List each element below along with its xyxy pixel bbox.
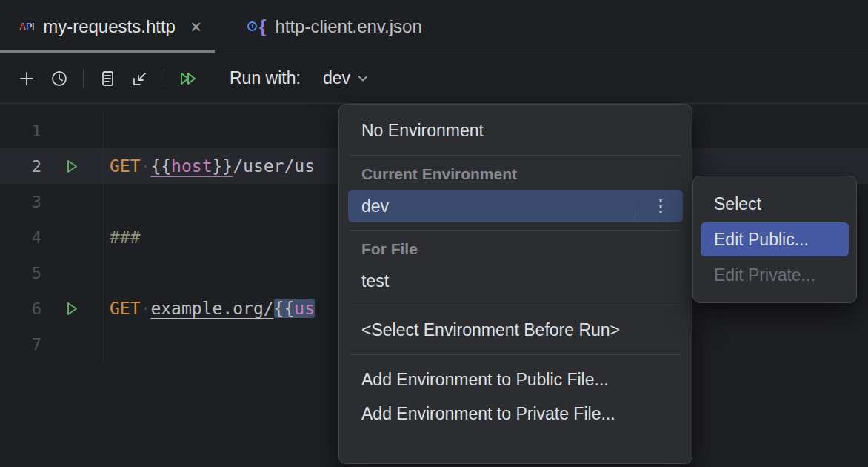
run-with-label: Run with:	[230, 68, 301, 88]
environment-selector[interactable]: dev	[317, 64, 375, 93]
line-number: 3	[0, 193, 41, 211]
add-request-button[interactable]	[10, 62, 43, 95]
row-divider	[638, 196, 638, 216]
url-path-token: /user/us	[233, 156, 315, 176]
tab-label: http-client.env.json	[275, 16, 421, 37]
environment-context-submenu: Select Edit Public... Edit Private...	[692, 176, 857, 303]
whitespace-dot: ·	[141, 299, 151, 318]
line-number: 7	[0, 335, 41, 354]
line-number: 5	[0, 264, 41, 282]
json-env-file-icon: {	[247, 18, 266, 36]
environment-name: dev	[361, 196, 632, 216]
menu-item-no-environment[interactable]: No Environment	[339, 113, 692, 148]
submenu-item-edit-public[interactable]: Edit Public...	[701, 222, 849, 256]
menu-item-add-public-file[interactable]: Add Environment to Public File...	[339, 362, 692, 397]
variable-token: {{host}}	[150, 156, 233, 176]
editor-tab-bar: API my-requests.http × { http-client.env…	[0, 0, 868, 53]
code-line: ###	[104, 228, 141, 247]
examples-button[interactable]	[91, 62, 124, 95]
run-icon	[62, 157, 80, 175]
run-all-icon	[178, 69, 198, 88]
kebab-menu-icon[interactable]: ⋮	[646, 196, 675, 216]
line-number: 6	[0, 299, 41, 318]
environment-menu: No Environment Current Environment dev ⋮…	[338, 104, 692, 464]
menu-item-select-before-run[interactable]: <Select Environment Before Run>	[339, 313, 692, 347]
run-icon	[62, 299, 80, 317]
submenu-item-edit-private: Edit Private...	[693, 258, 856, 292]
host-token: example.org/	[150, 299, 273, 318]
import-arrow-icon	[130, 69, 150, 88]
line-number: 1	[0, 122, 41, 140]
http-method-token: GET	[110, 156, 141, 176]
toolbar-separator	[164, 69, 164, 88]
run-request-button[interactable]	[52, 299, 90, 317]
tab-http-client-env[interactable]: { http-client.env.json	[228, 0, 434, 53]
clock-badge-icon	[247, 21, 257, 31]
menu-separator	[350, 230, 681, 231]
toolbar-separator	[83, 69, 84, 88]
variable-token: {{us	[274, 299, 315, 318]
environment-value: dev	[323, 68, 350, 88]
code-line: GET·example.org/{{us	[104, 299, 315, 318]
plus-icon	[17, 69, 36, 88]
http-file-icon: API	[19, 21, 34, 32]
run-all-button[interactable]	[172, 62, 204, 95]
document-icon	[98, 69, 117, 88]
history-button[interactable]	[43, 62, 76, 95]
whitespace-dot: ·	[141, 156, 151, 176]
line-number: 4	[0, 228, 41, 247]
menu-item-test[interactable]: test	[339, 265, 692, 297]
tab-label: my-requests.http	[43, 16, 176, 37]
http-client-toolbar: Run with: dev	[0, 53, 868, 104]
request-separator-token: ###	[110, 228, 141, 247]
tab-my-requests[interactable]: API my-requests.http ×	[0, 0, 215, 53]
code-line: GET·{{host}}/user/us	[104, 156, 315, 176]
submenu-item-select[interactable]: Select	[693, 187, 856, 221]
close-icon[interactable]: ×	[189, 17, 203, 36]
menu-item-dev[interactable]: dev ⋮	[348, 190, 683, 222]
convert-import-button[interactable]	[124, 62, 156, 95]
line-number: 2	[0, 157, 41, 176]
menu-separator	[350, 305, 681, 305]
run-request-button[interactable]	[52, 157, 90, 175]
clock-icon	[50, 69, 69, 88]
menu-header-for-file: For File	[339, 238, 692, 260]
chevron-down-icon	[356, 72, 370, 85]
http-method-token: GET	[110, 299, 141, 318]
menu-header-current-environment: Current Environment	[339, 163, 692, 185]
menu-separator	[350, 354, 681, 355]
menu-separator	[350, 155, 681, 156]
menu-item-add-private-file[interactable]: Add Environment to Private File...	[339, 397, 692, 431]
